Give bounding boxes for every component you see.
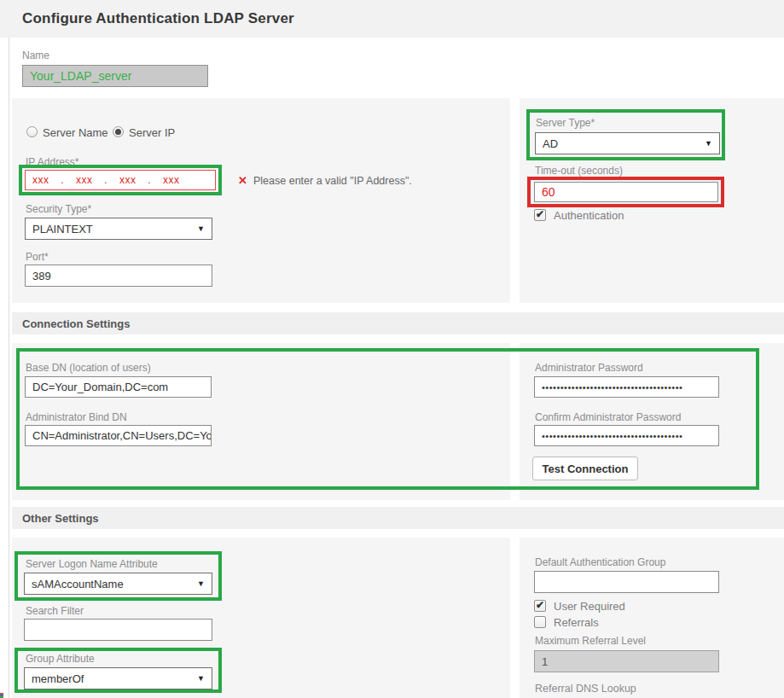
connection-settings-header: Connection Settings — [12, 312, 784, 334]
server-type-value: AD — [543, 137, 558, 150]
window-title-bar: Configure Authentication LDAP Server — [0, 0, 784, 38]
search-filter-label: Search Filter — [26, 605, 84, 617]
chevron-down-icon: ▼ — [197, 224, 205, 233]
base-dn-label: Base DN (location of users) — [26, 362, 151, 374]
server-name-radio-label: Server Name — [43, 126, 108, 139]
security-type-label: Security Type* — [26, 203, 91, 215]
server-type-label: Server Type* — [536, 117, 595, 129]
default-group-label: Default Authentication Group — [535, 556, 665, 568]
bind-dn-input[interactable] — [25, 425, 212, 446]
max-referral-input[interactable] — [534, 650, 719, 672]
logon-attribute-value: sAMAccountName — [32, 578, 124, 590]
name-input[interactable] — [22, 65, 208, 87]
chevron-down-icon: ▼ — [705, 139, 712, 148]
port-label: Port* — [26, 251, 49, 263]
referrals-checkbox[interactable] — [534, 616, 546, 628]
other-settings-title: Other Settings — [22, 512, 99, 525]
group-attribute-select[interactable]: memberOf ▼ — [24, 667, 212, 689]
server-ip-radio[interactable] — [113, 126, 124, 137]
bind-dn-label: Administrator Bind DN — [26, 411, 127, 423]
server-ip-radio-label: Server IP — [129, 126, 175, 139]
check-icon: ✔ — [536, 209, 544, 219]
left-border-rule — [9, 38, 9, 698]
connection-settings-title: Connection Settings — [22, 317, 130, 330]
security-type-value: PLAINTEXT — [32, 223, 93, 236]
port-input[interactable] — [25, 265, 212, 287]
authentication-checkbox[interactable]: ✔ — [534, 209, 546, 221]
server-name-radio[interactable] — [26, 126, 38, 137]
user-required-checkbox-label: User Required — [554, 600, 625, 613]
max-referral-label: Maximum Referral Level — [535, 635, 646, 647]
admin-password-label: Administrator Password — [535, 362, 643, 374]
chevron-down-icon: ▼ — [197, 674, 205, 683]
referrals-checkbox-label: Referrals — [554, 616, 599, 629]
screen-edge-artifact — [0, 693, 3, 698]
user-required-checkbox[interactable]: ✔ — [534, 600, 546, 612]
group-attribute-value: memberOf — [32, 672, 84, 685]
check-icon: ✔ — [536, 600, 544, 610]
other-settings-header: Other Settings — [12, 507, 784, 529]
confirm-password-input[interactable] — [534, 425, 719, 446]
referral-dns-label: Referral DNS Lookup — [535, 683, 636, 695]
security-type-select[interactable]: PLAINTEXT ▼ — [25, 218, 212, 240]
name-label: Name — [22, 49, 49, 61]
logon-attribute-select[interactable]: sAMAccountName ▼ — [24, 573, 212, 595]
timeout-input[interactable] — [534, 182, 718, 202]
error-x-icon: ✕ — [238, 174, 247, 187]
base-dn-input[interactable] — [25, 376, 212, 398]
test-connection-button[interactable]: Test Connection — [532, 457, 638, 480]
ip-address-input[interactable] — [25, 170, 216, 190]
ip-error-message: Please enter a valid "IP Address". — [253, 175, 412, 187]
search-filter-input[interactable] — [24, 619, 212, 641]
server-type-select[interactable]: AD ▼ — [535, 132, 720, 154]
admin-password-input[interactable] — [534, 376, 719, 398]
timeout-label: Time-out (seconds) — [535, 165, 623, 177]
authentication-checkbox-label: Authentication — [554, 209, 624, 222]
confirm-password-label: Confirm Administrator Password — [535, 411, 681, 423]
page-title: Configure Authentication LDAP Server — [22, 10, 294, 27]
chevron-down-icon: ▼ — [197, 579, 205, 588]
default-group-input[interactable] — [534, 571, 719, 593]
group-attribute-label: Group Attribute — [26, 653, 95, 665]
logon-attribute-label: Server Logon Name Attribute — [26, 558, 158, 570]
